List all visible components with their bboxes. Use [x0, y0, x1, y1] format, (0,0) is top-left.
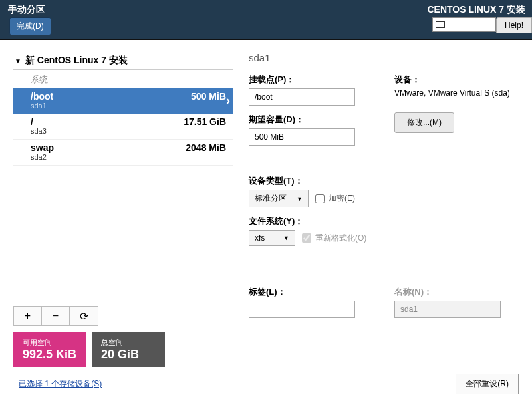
encrypt-checkbox[interactable]: [315, 194, 325, 203]
partition-mount-label: /boot: [31, 91, 53, 102]
add-partition-button[interactable]: +: [14, 307, 42, 325]
encrypt-label: 加密(E): [329, 193, 355, 204]
details-device-title: sda1: [249, 52, 519, 63]
reformat-checkbox: [302, 233, 311, 243]
device-section-label: 设备：: [394, 74, 519, 86]
total-space-label: 总空间: [101, 338, 156, 348]
partition-size-label: 2048 MiB: [186, 142, 226, 153]
partition-mount-label: /: [31, 116, 33, 127]
partition-tree-panel: ▼ 新 CentOS Linux 7 安装 系统 /boot 500 MiB s…: [13, 52, 233, 326]
tag-input[interactable]: [249, 301, 355, 318]
partition-size-label: 500 MiB: [191, 91, 226, 102]
reformat-label: 重新格式化(O): [315, 233, 366, 244]
reset-all-button[interactable]: 全部重设(R): [456, 374, 519, 394]
page-title: 手动分区: [8, 4, 45, 16]
keyboard-indicator[interactable]: cn: [432, 17, 496, 32]
name-input: [394, 301, 501, 318]
partition-size-label: 17.51 GiB: [184, 116, 226, 127]
encrypt-checkbox-row[interactable]: 加密(E): [315, 193, 355, 204]
filesystem-label: 文件系统(Y)：: [249, 215, 519, 227]
remove-partition-button[interactable]: −: [42, 307, 70, 325]
mount-point-label: 挂载点(P)：: [249, 74, 373, 86]
footer: 可用空间 992.5 KiB 总空间 20 GiB 已选择 1 个存储设备(S)…: [0, 326, 532, 394]
partition-row-swap[interactable]: swap 2048 MiB sda2: [13, 140, 233, 166]
available-space-tile: 可用空间 992.5 KiB: [13, 332, 86, 367]
install-label: 新 CentOS Linux 7 安装: [25, 55, 128, 66]
partition-toolbar: + − ⟳: [13, 306, 98, 326]
total-space-value: 20 GiB: [101, 348, 156, 362]
tree-group-system: 系统: [13, 70, 233, 88]
keyboard-layout-label: cn: [448, 20, 456, 29]
partition-row-root[interactable]: / 17.51 GiB sda3: [13, 114, 233, 140]
disclosure-triangle-icon: ▼: [15, 57, 21, 65]
tree-install-header[interactable]: ▼ 新 CentOS Linux 7 安装: [13, 52, 233, 70]
tag-label: 标签(L)：: [249, 286, 373, 298]
device-description: VMware, VMware Virtual S (sda): [394, 88, 519, 98]
reload-button[interactable]: ⟳: [70, 307, 98, 325]
header: 手动分区 CENTOS LINUX 7 安装 完成(D) cn Help!: [0, 0, 532, 40]
partition-details-panel: sda1 挂载点(P)： 期望容量(D)： 设备： VMware, VMware…: [249, 52, 519, 326]
chevron-right-icon: ›: [226, 94, 230, 108]
device-type-label: 设备类型(T)：: [249, 175, 519, 187]
capacity-label: 期望容量(D)：: [249, 114, 373, 126]
mount-point-input[interactable]: [249, 88, 355, 106]
dropdown-icon: ▼: [283, 235, 289, 241]
reformat-checkbox-row: 重新格式化(O): [302, 233, 366, 244]
dropdown-icon: ▼: [297, 196, 303, 202]
keyboard-icon: [436, 21, 445, 28]
device-type-value: 标准分区: [255, 193, 287, 204]
partition-device-label: sda3: [31, 127, 226, 135]
modify-device-button[interactable]: 修改...(M): [394, 112, 454, 133]
partition-device-label: sda2: [31, 153, 226, 161]
filesystem-select[interactable]: xfs ▼: [249, 230, 295, 246]
partition-row-boot[interactable]: /boot 500 MiB sda1 ›: [13, 88, 233, 114]
partition-mount-label: swap: [31, 142, 54, 153]
page-subtitle: CENTOS LINUX 7 安装: [427, 4, 525, 16]
partition-device-label: sda1: [31, 102, 226, 110]
total-space-tile: 总空间 20 GiB: [92, 332, 165, 367]
done-button[interactable]: 完成(D): [9, 17, 51, 35]
selected-devices-link[interactable]: 已选择 1 个存储设备(S): [13, 378, 102, 390]
capacity-input[interactable]: [249, 128, 355, 146]
available-space-label: 可用空间: [23, 338, 77, 348]
available-space-value: 992.5 KiB: [23, 348, 77, 362]
help-button[interactable]: Help!: [496, 17, 532, 33]
name-label: 名称(N)：: [394, 286, 519, 298]
device-type-select[interactable]: 标准分区 ▼: [249, 190, 309, 207]
filesystem-value: xfs: [255, 233, 265, 243]
